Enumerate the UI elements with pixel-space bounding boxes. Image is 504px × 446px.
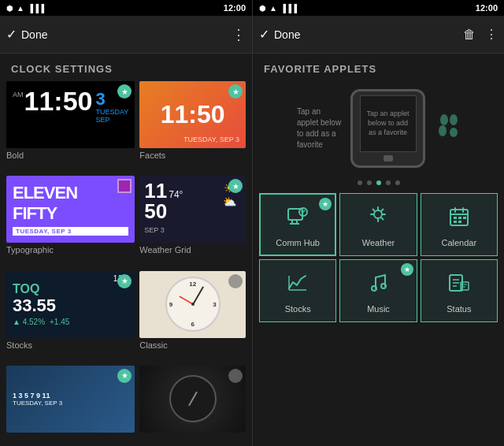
typo-line1: ELEVEN bbox=[13, 183, 128, 203]
clock-num-12: 12 bbox=[189, 281, 196, 288]
right-signal-icon: ▐▐▐ bbox=[280, 4, 297, 13]
stocks-star-badge: ★ bbox=[117, 274, 132, 288]
clock-thumb-weather-grid: 11 74° 50 SEP 3 ☀ ⛅ ★ bbox=[139, 176, 246, 243]
status-icon bbox=[447, 271, 471, 299]
applet-calendar[interactable]: Calendar bbox=[421, 193, 498, 256]
bold-month: SEP bbox=[95, 116, 128, 124]
stocks-ticker: TOQ bbox=[13, 282, 128, 296]
applets-grid: Comm Hub ★ Weather bbox=[253, 190, 504, 325]
facets-time: 11:50 bbox=[161, 100, 225, 128]
partial-dot-2 bbox=[228, 369, 243, 383]
status-label: Status bbox=[447, 304, 471, 314]
partial-hand-2 bbox=[188, 392, 198, 406]
svg-rect-20 bbox=[463, 217, 466, 219]
weather-applet-label: Weather bbox=[362, 238, 395, 247]
clock-thumb-partial-2 bbox=[139, 366, 246, 433]
svg-rect-18 bbox=[454, 217, 457, 219]
stocks-changes: ▲ 4.52% +1.45 bbox=[13, 318, 128, 326]
stocks-applet-label: Stocks bbox=[285, 304, 311, 314]
right-panel: ⬢ ▲ ▐▐▐ 12:00 ✓ Done 🗑 ⋮ FAVORITE APPLET… bbox=[252, 0, 504, 446]
clock-num-9: 9 bbox=[169, 301, 172, 308]
svg-point-1 bbox=[450, 114, 458, 125]
applet-status[interactable]: Status bbox=[421, 259, 498, 322]
clock-thumb-classic: 12 3 6 9 bbox=[139, 271, 246, 338]
clock-item-stocks[interactable]: 11:5 TOQ 33.55 ▲ 4.52% +1.45 ★ Stocks bbox=[6, 271, 135, 361]
stocks-label: Stocks bbox=[6, 338, 135, 353]
clock-typographic-display: ELEVEN FIFTY TUESDAY, SEP 3 bbox=[6, 176, 135, 243]
weather-time-left: 11 74° 50 SEP 3 bbox=[144, 180, 217, 236]
applet-comm-hub[interactable]: Comm Hub ★ bbox=[259, 193, 336, 256]
clock-thumb-typographic: ELEVEN FIFTY TUESDAY, SEP 3 bbox=[6, 176, 135, 243]
dot-3-active bbox=[376, 180, 381, 185]
weather-date: SEP 3 bbox=[144, 226, 164, 234]
left-more-icon[interactable]: ⋮ bbox=[232, 26, 246, 43]
calendar-label: Calendar bbox=[442, 238, 477, 247]
clock-thumb-bold: AM 11:50 3 TUESDAY SEP ★ bbox=[6, 81, 135, 148]
left-header: ✓ Done ⋮ bbox=[0, 16, 252, 54]
clock-item-classic[interactable]: 12 3 6 9 Classic bbox=[139, 271, 246, 361]
classic-dot bbox=[228, 274, 243, 288]
facets-star-badge: ★ bbox=[228, 84, 243, 98]
right-wifi-icon: ▲ bbox=[269, 4, 277, 13]
dot-2 bbox=[367, 180, 372, 185]
clock-num-3: 3 bbox=[213, 301, 216, 308]
svg-line-13 bbox=[382, 210, 384, 211]
watch-preview-area: Tap an applet below to add as a favorite… bbox=[253, 81, 504, 176]
applet-weather[interactable]: Weather bbox=[339, 193, 417, 256]
right-done-label: Done bbox=[274, 28, 300, 41]
right-check-icon: ✓ bbox=[259, 27, 269, 42]
weather-icon bbox=[366, 205, 390, 233]
typographic-dot bbox=[117, 179, 132, 193]
classic-label: Classic bbox=[139, 338, 246, 353]
clock-item-facets[interactable]: 11:50 TUESDAY, SEP 3 ★ Facets bbox=[139, 81, 246, 171]
clock-item-bold[interactable]: AM 11:50 3 TUESDAY SEP ★ Bold bbox=[6, 81, 135, 171]
right-status-bar: ⬢ ▲ ▐▐▐ 12:00 bbox=[253, 0, 504, 16]
svg-line-11 bbox=[373, 210, 375, 211]
svg-point-3 bbox=[450, 128, 458, 137]
dot-4 bbox=[386, 180, 391, 185]
partial-1-label bbox=[6, 433, 135, 438]
clock-item-partial-2[interactable] bbox=[139, 366, 246, 446]
clock-bold-display: AM 11:50 3 TUESDAY SEP bbox=[6, 81, 135, 148]
right-done-button[interactable]: ✓ Done bbox=[259, 27, 300, 42]
right-more-icon[interactable]: ⋮ bbox=[485, 27, 498, 42]
signal-icon: ▐▐▐ bbox=[28, 4, 44, 13]
stocks-change2: +1.45 bbox=[50, 318, 69, 326]
partial-date-1: 1 3 5 7 9 11 bbox=[13, 392, 128, 400]
clock-item-partial-1[interactable]: 1 3 5 7 9 11 TUESDAY, SEP 3 ★ bbox=[6, 366, 135, 446]
clock-item-weather-grid[interactable]: 11 74° 50 SEP 3 ☀ ⛅ ★ Weather Grid bbox=[139, 176, 246, 266]
right-header-icons: 🗑 ⋮ bbox=[463, 27, 498, 42]
bold-time: 11:50 bbox=[24, 87, 93, 114]
status-time-right: 12:00 bbox=[476, 3, 498, 13]
right-bluetooth-icon: ⬢ bbox=[259, 4, 266, 13]
applet-music[interactable]: Music ★ bbox=[339, 259, 417, 322]
status-icons-left: ⬢ ▲ ▐▐▐ bbox=[6, 4, 44, 13]
stocks-price: 33.55 bbox=[13, 296, 128, 315]
partial-day-1: TUESDAY, SEP 3 bbox=[13, 400, 128, 407]
clock-thumb-facets: 11:50 TUESDAY, SEP 3 ★ bbox=[139, 81, 246, 148]
svg-point-6 bbox=[374, 210, 382, 218]
music-icon bbox=[366, 271, 390, 299]
left-done-button[interactable]: ✓ Done bbox=[6, 27, 47, 42]
partial-star-1: ★ bbox=[117, 369, 132, 383]
stocks-icon bbox=[286, 271, 309, 299]
clock-face: 12 3 6 9 bbox=[165, 277, 220, 332]
right-header: ✓ Done 🗑 ⋮ bbox=[253, 16, 504, 54]
left-page-title: CLOCK SETTINGS bbox=[0, 54, 252, 81]
feet-icon bbox=[438, 113, 460, 143]
applet-stocks[interactable]: Stocks bbox=[259, 259, 336, 322]
comm-hub-icon bbox=[286, 205, 309, 233]
svg-rect-21 bbox=[454, 221, 457, 223]
facets-label: Facets bbox=[139, 148, 246, 163]
music-star: ★ bbox=[401, 263, 413, 276]
comm-hub-label: Comm Hub bbox=[276, 238, 320, 247]
dot-1 bbox=[358, 180, 362, 185]
right-page-title: FAVORITE APPLETS bbox=[253, 54, 504, 81]
clock-stocks-display: 11:5 TOQ 33.55 ▲ 4.52% +1.45 bbox=[6, 271, 135, 338]
tap-hint-left: Tap an applet below to add as a favorite bbox=[297, 106, 344, 151]
clock-item-typographic[interactable]: ELEVEN FIFTY TUESDAY, SEP 3 Typographic bbox=[6, 176, 135, 266]
typo-date: TUESDAY, SEP 3 bbox=[13, 227, 128, 236]
trash-icon[interactable]: 🗑 bbox=[463, 28, 476, 42]
status-icons-right: ⬢ ▲ ▐▐▐ bbox=[259, 4, 297, 13]
left-status-bar: ⬢ ▲ ▐▐▐ 12:00 bbox=[0, 0, 252, 16]
